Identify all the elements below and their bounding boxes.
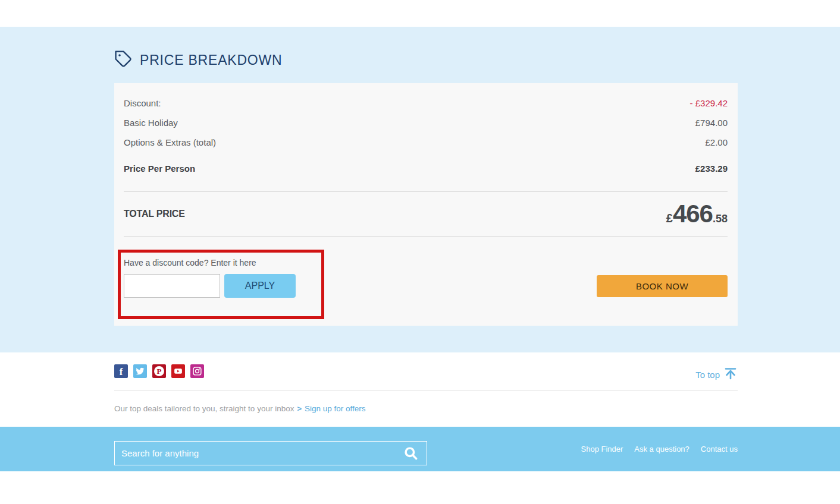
to-top-link[interactable]: To top	[695, 366, 738, 383]
discount-code-input[interactable]	[124, 274, 220, 298]
sign-up-for-offers-link[interactable]: Sign up for offers	[305, 404, 366, 413]
total-price-value: £466.58	[666, 200, 728, 228]
pinterest-icon[interactable]: P	[152, 364, 166, 378]
newsletter-text: Our top deals tailored to you, straight …	[114, 404, 294, 413]
discount-value: - £329.42	[690, 98, 728, 108]
instagram-icon[interactable]	[190, 364, 204, 378]
price-breakdown-page: PRICE BREAKDOWN Discount: - £329.42 Basi…	[0, 0, 840, 504]
discount-label: Discount:	[124, 98, 161, 108]
to-top-label: To top	[695, 370, 720, 380]
page-title: PRICE BREAKDOWN	[140, 52, 282, 68]
facebook-icon[interactable]: f	[114, 364, 128, 378]
search-input[interactable]	[114, 441, 427, 465]
divider	[124, 236, 728, 237]
total-currency: £	[666, 212, 673, 225]
bottom-search-bar: Shop Finder Ask a question? Contact us	[0, 427, 840, 471]
options-extras-label: Options & Extras (total)	[124, 137, 216, 147]
ask-a-question-link[interactable]: Ask a question?	[634, 445, 689, 453]
social-icons-row: f P	[114, 364, 204, 378]
total-price-label: TOTAL PRICE	[124, 209, 185, 219]
price-row-options-extras: Options & Extras (total) £2.00	[124, 137, 728, 147]
total-price-row: TOTAL PRICE £466.58	[124, 200, 728, 228]
price-per-person-label: Price Per Person	[124, 163, 195, 174]
youtube-icon[interactable]	[171, 364, 185, 378]
search-box	[114, 441, 427, 465]
to-top-arrow-icon	[723, 366, 738, 383]
price-row-per-person: Price Per Person £233.29	[124, 163, 728, 174]
footer-links: Shop Finder Ask a question? Contact us	[581, 445, 738, 453]
total-whole: 466	[673, 200, 713, 228]
contact-us-link[interactable]: Contact us	[701, 445, 738, 453]
discount-code-prompt: Have a discount code? Enter it here	[124, 258, 256, 267]
panel-header: PRICE BREAKDOWN	[114, 50, 282, 71]
total-decimal: .58	[713, 213, 728, 225]
basic-holiday-label: Basic Holiday	[124, 118, 178, 128]
divider	[114, 390, 738, 391]
options-extras-value: £2.00	[705, 137, 728, 147]
basic-holiday-value: £794.00	[695, 118, 728, 128]
book-now-button[interactable]: BOOK NOW	[597, 275, 728, 297]
apply-button[interactable]: APPLY	[224, 274, 296, 298]
divider	[124, 191, 728, 192]
price-per-person-value: £233.29	[695, 163, 728, 174]
price-row-discount: Discount: - £329.42	[124, 98, 728, 108]
price-row-basic-holiday: Basic Holiday £794.00	[124, 118, 728, 128]
search-icon[interactable]	[403, 446, 419, 464]
twitter-icon[interactable]	[133, 364, 147, 378]
chevron-right-icon: >	[297, 404, 302, 413]
newsletter-line: Our top deals tailored to you, straight …	[114, 404, 366, 413]
price-tag-icon	[114, 50, 133, 71]
shop-finder-link[interactable]: Shop Finder	[581, 445, 623, 453]
